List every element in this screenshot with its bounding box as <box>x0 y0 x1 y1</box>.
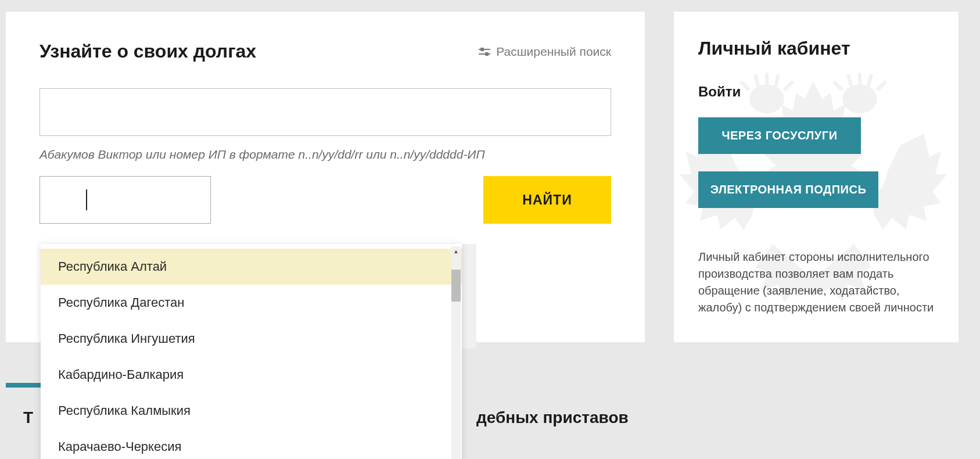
region-option[interactable]: Карачаево-Черкесия <box>41 429 462 459</box>
active-tab-indicator <box>6 383 41 388</box>
region-option[interactable]: Республика Алтай <box>41 249 462 285</box>
scrollbar[interactable]: ▲ <box>451 246 461 459</box>
region-option[interactable]: Республика Ингушетия <box>41 321 462 357</box>
tab-fragment-left: Т <box>23 408 33 427</box>
text-cursor <box>86 189 87 210</box>
scrollbar-thumb[interactable] <box>451 270 461 302</box>
gosuslugi-login-button[interactable]: ЧЕРЕЗ ГОСУСЛУГИ <box>698 117 861 154</box>
personal-account-card: Личный кабинет Войти ЧЕРЕЗ ГОСУСЛУГИ ЭЛЕ… <box>674 12 959 342</box>
tab-fragment-right: дебных приставов <box>476 408 629 427</box>
sidebar-title: Личный кабинет <box>698 38 934 59</box>
region-input[interactable] <box>40 176 211 224</box>
name-or-ip-input[interactable] <box>40 88 611 136</box>
region-option[interactable]: Республика Калмыкия <box>41 393 462 429</box>
login-label: Войти <box>698 84 934 100</box>
sidebar-description: Личный кабинет стороны исполнительного п… <box>698 249 934 316</box>
page-title: Узнайте о своих долгах <box>40 41 256 62</box>
region-dropdown: Республика АлтайРеспублика ДагестанРеспу… <box>41 244 462 459</box>
search-row: НАЙТИ <box>40 176 611 224</box>
advanced-search-link[interactable]: Расширенный поиск <box>479 45 611 59</box>
advanced-search-label: Расширенный поиск <box>496 45 611 59</box>
sliders-icon <box>479 47 490 56</box>
main-header: Узнайте о своих долгах Расширенный поиск <box>40 41 611 62</box>
esignature-login-button[interactable]: ЭЛЕКТРОННАЯ ПОДПИСЬ <box>698 171 878 208</box>
find-button[interactable]: НАЙТИ <box>483 176 611 224</box>
debts-search-card: Узнайте о своих долгах Расширенный поиск… <box>6 12 645 342</box>
scroll-up-arrow[interactable]: ▲ <box>451 246 461 256</box>
region-option[interactable]: Кабардино-Балкария <box>41 357 462 393</box>
region-option[interactable]: Республика Дагестан <box>41 285 462 321</box>
input-hint: Абакумов Виктор или номер ИП в формате n… <box>40 148 611 162</box>
